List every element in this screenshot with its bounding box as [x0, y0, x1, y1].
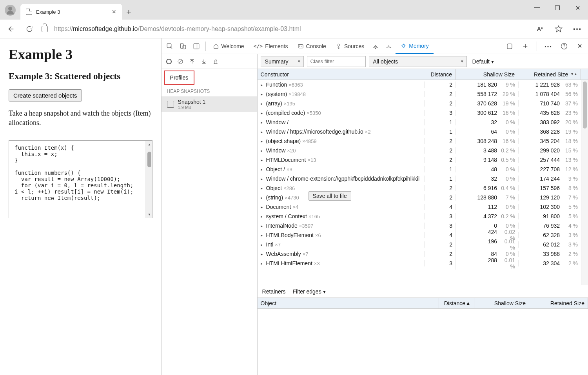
table-row[interactable]: ▸HTMLDocument ×1329 1480.5 %257 44413 %	[258, 155, 588, 165]
profiles-sidebar: Profiles HEAP SNAPSHOTS Snapshot 1 1.9 M…	[162, 54, 258, 375]
rcol-shallow[interactable]: Shallow Size	[474, 298, 529, 308]
all-objects-select[interactable]: All objects	[369, 56, 467, 67]
filter-edges-select[interactable]: Filter edges ▾	[292, 288, 325, 295]
retainers-panel: Retainers Filter edges ▾ Object Distance…	[258, 285, 588, 375]
constructor-table: Constructor Distance Shallow Size Retain…	[258, 69, 588, 285]
table-row[interactable]: ▸HTMLHtmlElement ×332880.01 %32 3042 %	[258, 259, 588, 268]
tab-welcome[interactable]: Welcome	[208, 38, 249, 54]
profile-avatar[interactable]	[5, 5, 16, 16]
url-field[interactable]: https://microsoftedge.github.io/Demos/de…	[42, 25, 528, 33]
dock-icon[interactable]	[190, 40, 203, 53]
page-content: Example 3 Example 3: Scattered objects C…	[0, 38, 162, 375]
profiles-header[interactable]: Profiles	[164, 71, 195, 85]
close-window-button[interactable]: ×	[568, 0, 588, 16]
rcol-object[interactable]: Object	[258, 298, 439, 308]
add-tab-icon[interactable]: +	[519, 40, 532, 53]
url-protocol: https://	[54, 25, 73, 33]
table-row[interactable]: ▸InternalNode ×3597300 %76 9324 %	[258, 221, 588, 230]
col-constructor[interactable]: Constructor	[258, 69, 424, 80]
snapshot-item[interactable]: Snapshot 1 1.9 MB	[162, 96, 257, 112]
devtools: Welcome </>Elements Console Sources Memo…	[162, 38, 588, 375]
code-content: function Item(x) { this.x = x; } functio…	[15, 145, 133, 201]
svg-rect-5	[298, 44, 303, 48]
network-icon[interactable]	[369, 40, 382, 53]
url-path: /Demos/devtools-memory-heap-snapshot/exa…	[138, 25, 301, 33]
clear-icon[interactable]	[177, 58, 183, 65]
table-row[interactable]: ▸(string) ×47302128 8807 %129 1207 %	[258, 193, 588, 202]
table-row[interactable]: ▸(system) ×198482558 17229 %1 078 40456 …	[258, 89, 588, 99]
table-row[interactable]: ▸system / Context ×16534 3720.2 %91 8005…	[258, 212, 588, 221]
rcol-retained[interactable]: Retained Size	[529, 298, 588, 308]
table-row[interactable]: ▸(array) ×1952370 62819 %710 74037 %	[258, 99, 588, 108]
tab-title: Example 3	[36, 9, 106, 15]
page-description: Take a heap snapshot and watch the objec…	[9, 109, 152, 128]
tab-elements[interactable]: </>Elements	[249, 38, 293, 54]
summary-select[interactable]: Summary	[261, 56, 304, 67]
table-scrollbar[interactable]	[581, 80, 588, 285]
create-scattered-button[interactable]: Create scattered objects	[9, 89, 82, 101]
save-tooltip: Save all to file	[309, 191, 351, 201]
tab-sources[interactable]: Sources	[331, 38, 369, 54]
table-row[interactable]: ▸Window / 1320 %383 09220 %	[258, 118, 588, 127]
read-aloud-icon[interactable]: A⁾⁾	[533, 22, 546, 36]
svg-line-12	[179, 60, 182, 63]
table-row[interactable]: ▸Object / ×31480 %227 70812 %	[258, 165, 588, 174]
close-devtools-icon[interactable]: ×	[573, 40, 586, 53]
gc-icon[interactable]	[212, 58, 219, 65]
table-row[interactable]: ▸WebAssembly ×72840 %33 9882 %	[258, 249, 588, 259]
maximize-button[interactable]	[547, 0, 568, 16]
load-up-icon[interactable]	[189, 58, 195, 65]
refresh-button[interactable]	[23, 22, 36, 36]
svg-text:?: ?	[563, 44, 565, 48]
table-body[interactable]: ▸Function ×63632181 8209 %1 221 92863 %▸…	[258, 80, 588, 285]
svg-rect-8	[507, 44, 512, 49]
page-icon	[26, 9, 32, 15]
menu-icon[interactable]: ⋯	[571, 22, 584, 36]
new-tab-button[interactable]: +	[122, 7, 135, 20]
retainers-tab[interactable]: Retainers	[262, 288, 286, 295]
retainers-header: Object Distance ▲ Shallow Size Retained …	[258, 298, 588, 309]
table-row[interactable]: ▸Function ×63632181 8209 %1 221 92863 %	[258, 80, 588, 89]
titlebar: Example 3 × + ×	[0, 0, 588, 20]
code-textarea[interactable]: function Item(x) { this.x = x; } functio…	[9, 140, 152, 218]
tab-console[interactable]: Console	[293, 38, 331, 54]
url-host: microsoftedge.github.io	[73, 25, 138, 33]
table-row[interactable]: ▸Document ×441120 %102 3005 %	[258, 202, 588, 212]
snapshot-name: Snapshot 1	[178, 99, 206, 105]
more-icon[interactable]: ⋯	[542, 40, 555, 53]
record-icon[interactable]	[166, 59, 172, 64]
close-tab-icon[interactable]: ×	[110, 8, 118, 16]
performance-icon[interactable]	[382, 40, 396, 53]
table-row[interactable]: ▸Object ×28626 9160.4 %157 5968 %	[258, 183, 588, 193]
favorite-icon[interactable]	[552, 22, 565, 36]
default-select[interactable]: Default ▾	[470, 58, 496, 65]
col-retained[interactable]: Retained Size▼▲	[518, 69, 581, 80]
table-row[interactable]: ▸Window / chrome-extension://gpphkfbcpid…	[258, 174, 588, 183]
snapshot-icon	[167, 101, 174, 108]
table-row[interactable]: ▸Window / https://microsoftedge.github.i…	[258, 127, 588, 136]
devtools-tabbar: Welcome </>Elements Console Sources Memo…	[162, 38, 588, 54]
table-row[interactable]: ▸Window ×2023 4880.2 %299 02015 %	[258, 146, 588, 155]
snapshot-main: Summary All objects Default ▾ Constructo…	[258, 54, 588, 375]
code-scrollbar[interactable]: ▴ ▾	[145, 141, 152, 218]
browser-tab[interactable]: Example 3 ×	[20, 4, 122, 20]
minimize-button[interactable]	[527, 0, 547, 16]
tab-memory[interactable]: Memory	[396, 38, 434, 54]
inspect-icon[interactable]	[163, 40, 176, 53]
table-row[interactable]: ▸HTMLBodyElement ×644240.02 %62 3283 %	[258, 230, 588, 240]
class-filter-input[interactable]	[307, 56, 366, 67]
table-row[interactable]: ▸(compiled code) ×53503300 61216 %435 62…	[258, 108, 588, 118]
address-bar: https://microsoftedge.github.io/Demos/de…	[0, 20, 588, 38]
back-button[interactable]	[4, 22, 17, 36]
tab-well-icon[interactable]	[503, 40, 516, 53]
device-icon[interactable]	[176, 40, 190, 53]
rcol-distance[interactable]: Distance ▲	[439, 298, 474, 308]
table-header: Constructor Distance Shallow Size Retain…	[258, 69, 588, 80]
table-row[interactable]: ▸Intl ×721960.01 %62 0123 %	[258, 240, 588, 249]
table-row[interactable]: ▸(object shape) ×48592308 24816 %345 204…	[258, 136, 588, 146]
help-icon[interactable]: ?	[557, 40, 571, 53]
col-distance[interactable]: Distance	[424, 69, 456, 80]
col-shallow[interactable]: Shallow Size	[456, 69, 518, 80]
window-controls: ×	[527, 0, 588, 16]
save-down-icon[interactable]	[201, 58, 207, 65]
